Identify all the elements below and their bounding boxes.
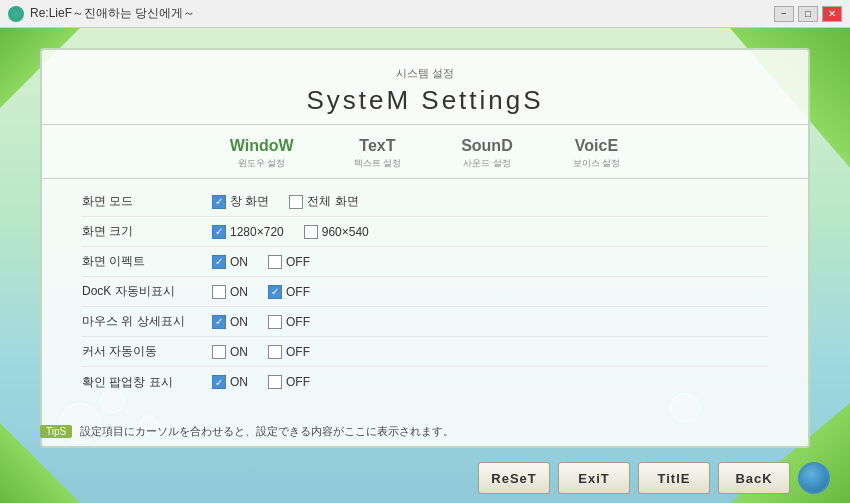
option-group-4-1[interactable]: OFF <box>268 315 310 329</box>
checkbox-1-1[interactable] <box>304 225 318 239</box>
row-label-5: 커서 자동이동 <box>82 343 212 360</box>
option-label-5-1: OFF <box>286 345 310 359</box>
option-group-2-1[interactable]: OFF <box>268 255 310 269</box>
checkbox-0-0[interactable] <box>212 195 226 209</box>
tab-sound-sub: 사운드 설정 <box>461 157 513 170</box>
checkbox-5-0[interactable] <box>212 345 226 359</box>
option-group-4-0[interactable]: ON <box>212 315 248 329</box>
tab-text-sub: 텍스트 설정 <box>354 157 402 170</box>
panel-subtitle: 시스템 설정 <box>42 66 808 81</box>
option-group-5-0[interactable]: ON <box>212 345 248 359</box>
checkbox-5-1[interactable] <box>268 345 282 359</box>
option-label-2-0: ON <box>230 255 248 269</box>
row-label-1: 화면 크기 <box>82 223 212 240</box>
option-group-1-0[interactable]: 1280×720 <box>212 225 284 239</box>
close-button[interactable]: ✕ <box>822 6 842 22</box>
settings-content: 화면 모드창 화면전체 화면화면 크기1280×720960×540화면 이펙트… <box>42 179 808 405</box>
option-label-3-1: OFF <box>286 285 310 299</box>
settings-row: 마우스 위 상세표시ONOFF <box>82 307 768 337</box>
settings-row: 화면 이펙트ONOFF <box>82 247 768 277</box>
tab-voice-label: VoicE <box>573 137 621 155</box>
option-label-0-0: 창 화면 <box>230 193 269 210</box>
option-label-5-0: ON <box>230 345 248 359</box>
tab-sound[interactable]: SounD 사운드 설정 <box>461 137 513 170</box>
window-controls: − □ ✕ <box>774 6 842 22</box>
row-label-6: 확인 팝업창 표시 <box>82 374 212 391</box>
settings-row: 화면 모드창 화면전체 화면 <box>82 187 768 217</box>
tab-sound-label: SounD <box>461 137 513 155</box>
checkbox-6-1[interactable] <box>268 375 282 389</box>
minimize-button[interactable]: − <box>774 6 794 22</box>
option-group-6-1[interactable]: OFF <box>268 375 310 389</box>
option-label-6-1: OFF <box>286 375 310 389</box>
option-group-5-1[interactable]: OFF <box>268 345 310 359</box>
option-group-3-1[interactable]: OFF <box>268 285 310 299</box>
option-label-4-1: OFF <box>286 315 310 329</box>
checkbox-2-0[interactable] <box>212 255 226 269</box>
window-title: Re:LieF～진애하는 당신에게～ <box>30 5 774 22</box>
reset-button[interactable]: ReSeT <box>478 462 550 494</box>
tips-text: 設定項目にカーソルを合わせると、設定できる内容がここに表示されます。 <box>80 424 454 439</box>
settings-row: DocK 자동비표시ONOFF <box>82 277 768 307</box>
title-button[interactable]: TitlE <box>638 462 710 494</box>
tab-voice[interactable]: VoicE 보이스 설정 <box>573 137 621 170</box>
option-group-3-0[interactable]: ON <box>212 285 248 299</box>
app-icon <box>8 6 24 22</box>
bottom-bar: ReSeTExiTTitlEBacK <box>0 453 850 503</box>
option-label-1-1: 960×540 <box>322 225 369 239</box>
option-label-1-0: 1280×720 <box>230 225 284 239</box>
maximize-button[interactable]: □ <box>798 6 818 22</box>
option-group-0-1[interactable]: 전체 화면 <box>289 193 358 210</box>
tips-label: TipS <box>40 425 72 438</box>
tab-window-label: WindoW <box>230 137 294 155</box>
tab-window-sub: 윈도우 설정 <box>230 157 294 170</box>
main-background: 시스템 설정 SysteM SettingS WindoW 윈도우 설정 Tex… <box>0 28 850 503</box>
tab-navigation: WindoW 윈도우 설정 TexT 텍스트 설정 SounD 사운드 설정 V… <box>42 125 808 179</box>
panel-title: SysteM SettingS <box>42 85 808 116</box>
back-button[interactable]: BacK <box>718 462 790 494</box>
title-bar: Re:LieF～진애하는 당신에게～ − □ ✕ <box>0 0 850 28</box>
tips-bar: TipS 設定項目にカーソルを合わせると、設定できる内容がここに表示されます。 <box>40 424 810 443</box>
tab-text[interactable]: TexT 텍스트 설정 <box>354 137 402 170</box>
row-label-2: 화면 이펙트 <box>82 253 212 270</box>
row-label-0: 화면 모드 <box>82 193 212 210</box>
settings-row: 확인 팝업창 표시ONOFF <box>82 367 768 397</box>
settings-row: 화면 크기1280×720960×540 <box>82 217 768 247</box>
checkbox-1-0[interactable] <box>212 225 226 239</box>
checkbox-2-1[interactable] <box>268 255 282 269</box>
option-label-3-0: ON <box>230 285 248 299</box>
panel-header: 시스템 설정 SysteM SettingS <box>42 50 808 125</box>
globe-icon <box>798 462 830 494</box>
settings-panel: 시스템 설정 SysteM SettingS WindoW 윈도우 설정 Tex… <box>40 48 810 448</box>
checkbox-4-1[interactable] <box>268 315 282 329</box>
checkbox-3-1[interactable] <box>268 285 282 299</box>
checkbox-4-0[interactable] <box>212 315 226 329</box>
settings-row: 커서 자동이동ONOFF <box>82 337 768 367</box>
option-label-6-0: ON <box>230 375 248 389</box>
tab-voice-sub: 보이스 설정 <box>573 157 621 170</box>
row-label-4: 마우스 위 상세표시 <box>82 313 212 330</box>
option-label-2-1: OFF <box>286 255 310 269</box>
tab-window[interactable]: WindoW 윈도우 설정 <box>230 137 294 170</box>
checkbox-0-1[interactable] <box>289 195 303 209</box>
option-label-4-0: ON <box>230 315 248 329</box>
option-group-6-0[interactable]: ON <box>212 375 248 389</box>
checkbox-3-0[interactable] <box>212 285 226 299</box>
row-label-3: DocK 자동비표시 <box>82 283 212 300</box>
option-group-0-0[interactable]: 창 화면 <box>212 193 269 210</box>
option-group-1-1[interactable]: 960×540 <box>304 225 369 239</box>
checkbox-6-0[interactable] <box>212 375 226 389</box>
exit-button[interactable]: ExiT <box>558 462 630 494</box>
option-label-0-1: 전체 화면 <box>307 193 358 210</box>
option-group-2-0[interactable]: ON <box>212 255 248 269</box>
tab-text-label: TexT <box>354 137 402 155</box>
